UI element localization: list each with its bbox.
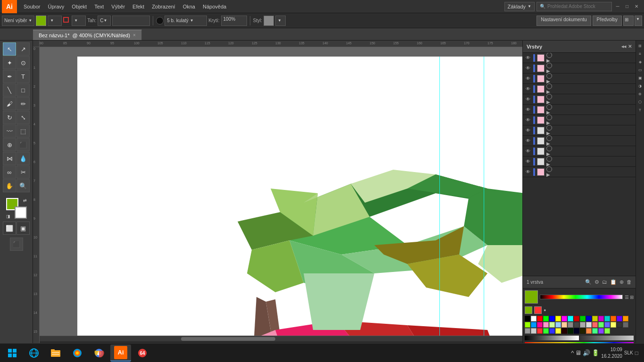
firefox-button[interactable]	[67, 345, 88, 362]
pen-tool[interactable]: ✒	[3, 70, 16, 83]
color-spectrum-bar[interactable]	[540, 295, 623, 299]
layer-visibility-icon[interactable]: 👁	[525, 169, 531, 175]
color-swatch[interactable]	[617, 316, 622, 321]
color-swatch[interactable]	[598, 322, 604, 328]
layer-visibility-icon[interactable]: 👁	[525, 65, 531, 72]
color-swatch[interactable]	[604, 316, 610, 321]
color-swatch[interactable]	[598, 328, 604, 334]
color-swatch[interactable]	[574, 322, 579, 328]
color-swatch[interactable]	[611, 322, 616, 328]
zoom-tool[interactable]: 🔍	[17, 179, 30, 192]
stroke-color-box[interactable]	[63, 17, 69, 23]
doc-settings-button[interactable]: Nastavení dokumentu	[537, 16, 591, 26]
color-swatch[interactable]	[525, 316, 530, 321]
color-swatch[interactable]	[586, 328, 592, 334]
rect-tool[interactable]: □	[17, 83, 30, 97]
color-swatch[interactable]	[623, 322, 628, 328]
color-swatch[interactable]	[623, 316, 628, 321]
layer-visibility-icon[interactable]: 👁	[525, 148, 531, 155]
color-swatch[interactable]	[580, 322, 586, 328]
gradient-box-icon[interactable]: ▣	[17, 222, 30, 235]
color-swatch[interactable]	[537, 328, 543, 334]
layer-target-icon[interactable]	[546, 63, 552, 68]
chrome-button[interactable]	[89, 345, 109, 362]
fill-color-swatch[interactable]	[36, 16, 46, 26]
background-color[interactable]	[15, 206, 27, 219]
swap-colors-icon[interactable]: ⇄	[23, 198, 27, 203]
color-swatch[interactable]	[555, 322, 561, 328]
arrange-button[interactable]: ⊞	[623, 16, 634, 26]
color-swatch[interactable]	[531, 316, 537, 321]
color-swatch[interactable]	[543, 322, 549, 328]
volume-icon[interactable]: 🔊	[583, 349, 590, 356]
color-swatch[interactable]	[574, 316, 579, 321]
ie-button[interactable]	[24, 345, 44, 362]
layer-row[interactable]: 👁 ▶	[523, 74, 636, 84]
fill-dropdown[interactable]: ▼	[48, 16, 62, 26]
layer-settings-icon[interactable]: ⚙	[594, 279, 599, 285]
lasso-tool[interactable]: ⊙	[17, 56, 30, 69]
unknown-taskbar-button[interactable]: 64	[132, 345, 153, 362]
layer-visibility-icon[interactable]: 👁	[525, 86, 531, 92]
layer-group-icon[interactable]: 🗂	[602, 279, 607, 285]
gradient-panel-icon[interactable]: ▣	[637, 74, 644, 81]
tab-close-button[interactable]: ×	[133, 33, 136, 38]
workspace-dropdown[interactable]: Základy ▼	[504, 2, 535, 11]
layer-target-icon[interactable]	[546, 146, 552, 151]
color-swatch[interactable]	[561, 328, 567, 334]
color-swatch[interactable]	[611, 316, 616, 321]
layer-visibility-icon[interactable]: 👁	[525, 96, 531, 103]
presets-button[interactable]: Předvolby	[593, 16, 622, 26]
layer-row[interactable]: 👁 ▶	[523, 125, 636, 136]
stroke-panel-icon[interactable]: ▭	[637, 66, 644, 73]
color-swatch[interactable]	[525, 322, 530, 328]
pathfinder-icon[interactable]: ◈	[637, 58, 644, 65]
swatches-grid-icon[interactable]: ⊞	[630, 295, 634, 300]
color-swatch[interactable]	[580, 316, 586, 321]
color-swatch[interactable]	[574, 328, 579, 334]
color-swatch[interactable]	[531, 328, 537, 334]
menu-text[interactable]: Text	[91, 2, 107, 11]
locate-layer-icon[interactable]: 🔍	[585, 279, 592, 285]
color-swatch[interactable]	[568, 322, 573, 328]
system-clock[interactable]: 10:09 16.2.2020	[601, 346, 622, 360]
search-bar[interactable]: 🔍	[537, 2, 612, 11]
appearance-icon[interactable]: ⊛	[637, 90, 644, 97]
color-swatch[interactable]	[586, 316, 592, 321]
layer-target-icon[interactable]	[546, 94, 552, 99]
scrollbar-h-thumb[interactable]	[181, 337, 275, 341]
document-tab[interactable]: Bez názvu-1* @ 400% (CMYK/Náhled) ×	[33, 30, 142, 40]
swatches-list-icon[interactable]: ☰	[625, 295, 629, 300]
direct-selection-tool[interactable]: ↗	[17, 42, 30, 56]
layer-target-icon[interactable]	[546, 73, 552, 79]
layer-row[interactable]: 👁 ▶	[523, 105, 636, 115]
layer-row[interactable]: 👁 ▶	[523, 167, 636, 177]
layer-visibility-icon[interactable]: 👁	[525, 55, 531, 61]
blend-tool[interactable]: ∞	[3, 165, 16, 179]
reset-colors-icon[interactable]: ◨	[6, 214, 10, 219]
style-dropdown[interactable]: ▼	[275, 16, 286, 26]
shape-builder-tool[interactable]: ⊕	[3, 138, 16, 151]
line-tool[interactable]: ╲	[3, 83, 16, 97]
locale-indicator[interactable]: SLK	[624, 350, 633, 355]
menu-okna[interactable]: Okna	[179, 2, 199, 11]
swatch-fg-box[interactable]	[525, 306, 532, 314]
minimize-button[interactable]: ─	[614, 3, 621, 10]
color-swatch[interactable]	[549, 328, 555, 334]
search-input[interactable]	[547, 4, 609, 9]
file-explorer-button[interactable]	[45, 345, 66, 362]
stroke-width-input[interactable]	[112, 16, 150, 26]
color-swatch[interactable]	[531, 322, 537, 328]
menu-soubor[interactable]: Soubor	[20, 2, 44, 11]
close-button[interactable]: ✕	[633, 3, 640, 10]
layer-row[interactable]: 👁 ▶	[523, 94, 636, 105]
layer-collect-icon[interactable]: 📋	[610, 279, 617, 285]
fill-none-icon[interactable]: ⬜	[3, 222, 16, 235]
color-swatch[interactable]	[580, 328, 586, 334]
color-swatch[interactable]	[598, 316, 604, 321]
transparency-icon[interactable]: ◑	[637, 82, 644, 89]
scrollbar-h-track[interactable]	[40, 336, 522, 341]
layers-panel-close-icon[interactable]: ✕	[628, 44, 632, 49]
scissors-tool[interactable]: ✂	[17, 165, 30, 179]
layer-target-icon[interactable]	[546, 104, 552, 110]
